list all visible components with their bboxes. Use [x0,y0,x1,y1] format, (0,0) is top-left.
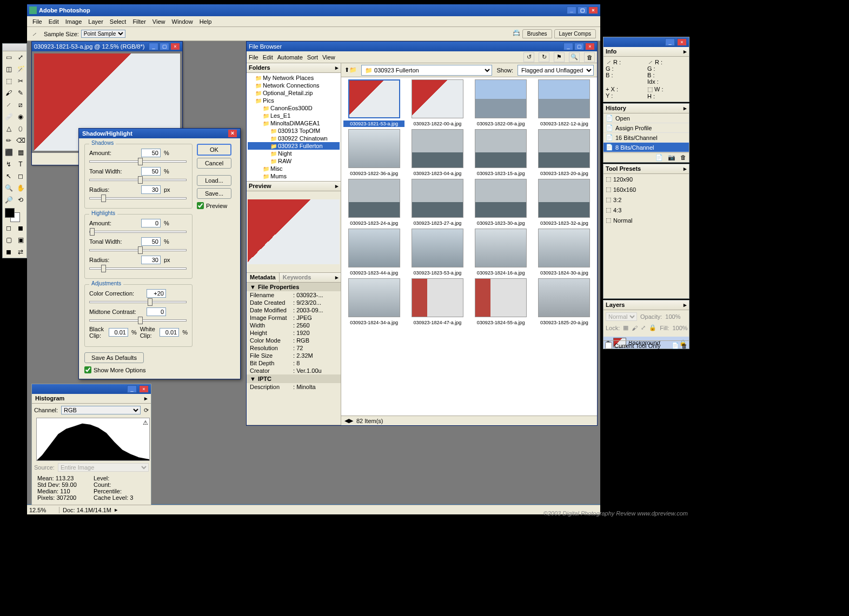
tool-4[interactable]: ⬚ [3,75,15,87]
highlights-amount-slider[interactable] [89,231,187,233]
tree-item[interactable]: RAW [248,157,340,165]
tool-5[interactable]: ✂ [15,75,26,87]
trash-icon[interactable]: 🗑 [679,154,688,160]
quickmask-off[interactable]: ◻ [3,222,15,234]
status-menu-icon[interactable]: ▸ [115,506,118,513]
warning-icon[interactable]: ⚠ [143,419,148,426]
thumbnail[interactable]: 030923-1822-12-a.jpg [534,79,595,127]
tool-15[interactable]: ⌫ [15,135,26,146]
lock-trans-icon[interactable]: ▦ [623,324,628,331]
fg-color[interactable] [5,208,15,218]
thumbnail[interactable]: 030923-1824-34-a.jpg [343,278,404,326]
palette-well-icon[interactable]: 📇 [513,29,520,38]
shadows-tonal[interactable] [141,167,161,176]
highlights-radius-slider[interactable] [89,267,187,270]
highlights-tonal-slider[interactable] [89,249,187,251]
history-item[interactable]: 📄Assign Profile [603,123,689,133]
thumbnail[interactable]: 030923-1823-27-a.jpg [407,179,468,226]
lock-paint-icon[interactable]: 🖌 [632,325,638,331]
current-tool-only-check[interactable] [605,342,612,349]
thumbnail[interactable]: 030923-1824-47-a.jpg [407,278,468,326]
metadata-tab[interactable]: Metadata [247,273,280,282]
tool-8[interactable]: ⟋ [3,99,15,111]
tree-item[interactable]: Optional_Retail.zip [248,89,340,97]
metadata-list[interactable]: ▼File Properties Filename030923-...Date … [247,283,341,425]
tool-6[interactable]: 🖌 [3,87,15,99]
maximize-button[interactable]: ▢ [578,6,587,14]
screenmode-3[interactable]: ◼ [3,246,15,258]
thumbnail[interactable]: 030923-1822-36-a.jpg [343,129,404,177]
trash-icon[interactable]: 🗑 [584,52,595,62]
thumbnail[interactable]: 030923-1823-24-a.jpg [343,179,404,226]
tool-24[interactable]: 🔎 [3,194,15,206]
shadows-radius[interactable] [141,185,161,194]
fb-minimize[interactable]: _ [563,43,573,50]
highlights-amount[interactable] [141,219,161,227]
doc-close[interactable]: × [170,43,180,50]
cc-slider[interactable] [89,301,187,303]
history-item[interactable]: 📄8 Bits/Channel [603,143,689,152]
tool-1[interactable]: ⤢ [15,51,26,63]
lock-move-icon[interactable]: ⤢ [641,324,646,331]
thumbnail[interactable]: 030923-1823-15-a.jpg [470,129,532,177]
layer-comps-well[interactable]: Layer Comps [554,29,596,38]
keywords-tab[interactable]: Keywords [280,273,315,282]
panel-menu-icon[interactable]: ▸ [684,48,687,55]
preset-item[interactable]: 120x90 [603,174,689,184]
thumbnail[interactable]: 030923-1823-53-a.jpg [407,229,468,276]
fb-maximize[interactable]: ▢ [574,43,584,50]
panel-menu-icon[interactable]: ▸ [144,395,148,402]
highlights-tonal[interactable] [141,237,161,246]
tool-22[interactable]: 🔍 [3,182,15,194]
tree-item[interactable]: Night [248,150,340,157]
thumbnail[interactable]: 030923-1824-30-a.jpg [534,229,595,276]
tool-21[interactable]: ◻ [15,170,26,182]
tool-17[interactable]: ▦ [15,146,26,158]
new-preset-icon[interactable]: 📄 [672,342,679,349]
menu-help[interactable]: Help [196,17,215,26]
section-menu-icon[interactable]: ▸ [333,273,341,282]
panel-menu-icon[interactable]: ▸ [684,165,687,172]
section-menu-icon[interactable]: ▸ [335,64,339,71]
fb-close[interactable]: × [585,43,595,50]
expand-icon[interactable]: ▼ [250,376,256,382]
thumbnail[interactable]: 030923-1825-20-a.jpg [534,278,595,326]
thumbnail[interactable]: 030923-1822-08-a.jpg [470,79,532,127]
thumbnail-grid[interactable]: 030923-1821-53-a.jpg030923-1822-00-a.jpg… [341,77,597,416]
tool-23[interactable]: ✋ [15,182,26,194]
tool-9[interactable]: ⧄ [15,99,26,111]
thumbnail[interactable]: 030923-1824-16-a.jpg [470,229,532,276]
sample-size-select[interactable]: Point Sample [81,30,125,38]
rotate-ccw-icon[interactable]: ↺ [523,52,534,62]
doc-maximize[interactable]: ▢ [160,43,169,50]
toggle-panels-icon[interactable]: ◀▶ [344,417,353,424]
shadows-amount[interactable] [141,149,161,157]
tree-item[interactable]: Les_E1 [248,112,340,119]
shadows-tonal-slider[interactable] [89,179,187,181]
refresh-icon[interactable]: ⟳ [144,407,149,414]
tree-item[interactable]: My Network Places [248,74,340,82]
dialog-titlebar[interactable]: Shadow/Highlight × [79,129,240,138]
brushes-well[interactable]: Brushes [522,29,552,38]
tree-item[interactable]: MinoltaDiMAGEA1 [248,119,340,127]
preset-item[interactable]: 160x160 [603,184,689,195]
menu-view[interactable]: View [149,17,169,26]
tool-2[interactable]: ◫ [3,63,15,75]
save-button[interactable]: Save... [197,188,231,199]
tree-item[interactable]: Misc [248,165,340,172]
document-titlebar[interactable]: 030923-1821-53-a.jpg @ 12.5% (RGB/8*) _ … [32,42,182,51]
tool-12[interactable]: △ [3,123,15,135]
tool-16[interactable]: ⬛ [3,146,15,158]
panel-menu-icon[interactable]: ▸ [684,105,687,112]
menu-edit[interactable]: Edit [45,17,62,26]
history-item[interactable]: 📄16 Bits/Channel [603,133,689,143]
preset-item[interactable]: 3:2 [603,195,689,205]
imageready[interactable]: ⇄ [15,246,26,258]
screenmode-1[interactable]: ▢ [3,234,15,246]
tree-item[interactable]: CanonEos300D [248,104,340,112]
close-button[interactable]: × [588,6,598,14]
thumbnail[interactable]: 030923-1824-55-a.jpg [470,278,532,326]
tool-3[interactable]: 🪄 [15,63,26,75]
menu-select[interactable]: Select [107,17,130,26]
expand-icon[interactable]: ▼ [250,284,256,290]
